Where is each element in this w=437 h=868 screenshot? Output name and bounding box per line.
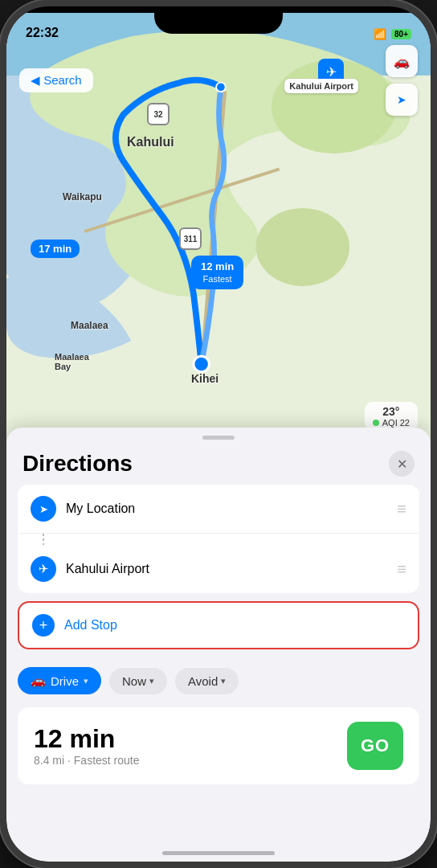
home-indicator xyxy=(162,851,275,855)
battery-badge: 80+ xyxy=(391,29,411,39)
phone-frame: 22:32 📶 80+ xyxy=(0,0,437,868)
drive-icon: 🚗 xyxy=(31,674,46,688)
drive-mode-button[interactable]: 🚗 xyxy=(386,45,418,77)
location-button[interactable]: ➤ xyxy=(386,84,418,116)
route-detail: 8.4 mi · Fastest route xyxy=(34,754,140,767)
now-option[interactable]: Now ▾ xyxy=(109,668,167,694)
route-label-17min: 17 min xyxy=(31,240,80,258)
route-label-12min: 12 min Fastest xyxy=(191,256,243,289)
svg-point-5 xyxy=(194,356,209,371)
search-back-button[interactable]: ◀ Search xyxy=(19,68,93,92)
transport-options-row: 🚗 Drive ▾ Now ▾ Avoid ▾ xyxy=(6,657,431,704)
sheet-header: Directions ✕ xyxy=(6,440,431,485)
weather-badge: 23° AQI 22 xyxy=(365,402,418,431)
go-button[interactable]: GO xyxy=(347,722,403,770)
route-info-card: 12 min 8.4 mi · Fastest route GO xyxy=(18,707,419,784)
airplane-direction-icon: ✈ xyxy=(31,556,56,582)
direction-item-my-location[interactable]: ➤ My Location ≡ xyxy=(18,485,419,534)
wifi-icon: 📶 xyxy=(374,28,386,40)
now-label: Now xyxy=(122,674,146,688)
svg-point-8 xyxy=(256,208,349,286)
add-stop-icon: + xyxy=(32,614,55,637)
add-stop-label: Add Stop xyxy=(64,618,117,633)
airport-handle: ≡ xyxy=(389,560,406,579)
drive-chevron: ▾ xyxy=(84,676,88,686)
map-top-bar: ◀ Search 🚗 ➤ xyxy=(6,45,431,116)
drive-option[interactable]: 🚗 Drive ▾ xyxy=(18,667,101,694)
my-location-label: My Location xyxy=(66,502,389,516)
directions-list: ➤ My Location ≡ ✈ Kahului Airport ≡ xyxy=(18,485,419,593)
status-icons: 📶 80+ xyxy=(374,28,411,40)
location-direction-icon: ➤ xyxy=(31,496,56,522)
drive-label: Drive xyxy=(51,674,79,688)
directions-title: Directions xyxy=(22,451,133,477)
route-time-block: 12 min 8.4 mi · Fastest route xyxy=(34,726,140,767)
route-info-row: 12 min 8.4 mi · Fastest route GO xyxy=(18,707,419,784)
bottom-sheet: Directions ✕ ➤ My Location ≡ xyxy=(6,428,431,862)
phone-screen: 22:32 📶 80+ xyxy=(6,6,431,862)
notch xyxy=(154,6,283,34)
map-area[interactable]: ✈ Kahului Airport Kahului Waikapu Maalae… xyxy=(6,6,431,457)
my-location-handle: ≡ xyxy=(389,500,406,518)
route-time: 12 min xyxy=(34,726,140,751)
map-right-buttons: 🚗 ➤ xyxy=(386,45,418,116)
close-button[interactable]: ✕ xyxy=(389,451,415,477)
avoid-chevron: ▾ xyxy=(221,676,226,686)
avoid-option[interactable]: Avoid ▾ xyxy=(175,668,239,694)
avoid-label: Avoid xyxy=(188,674,218,688)
airport-label: Kahului Airport xyxy=(66,562,389,576)
add-stop-button[interactable]: + Add Stop xyxy=(18,601,419,649)
now-chevron: ▾ xyxy=(149,676,154,686)
highway-311-badge: 311 xyxy=(179,227,202,250)
direction-item-airport[interactable]: ✈ Kahului Airport ≡ xyxy=(18,545,419,593)
status-time: 22:32 xyxy=(26,26,59,40)
